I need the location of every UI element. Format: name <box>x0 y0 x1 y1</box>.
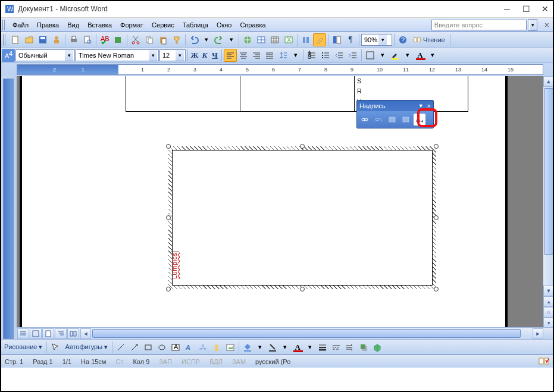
copy-button[interactable] <box>143 33 156 46</box>
font-color-button[interactable]: A <box>414 49 427 62</box>
font-color-draw-dropdown[interactable]: ▾ <box>305 341 315 354</box>
status-rec[interactable]: ЗАП <box>159 358 172 365</box>
scroll-right-button[interactable]: ► <box>533 328 543 339</box>
size-combo[interactable]: 12▾ <box>159 49 186 61</box>
line-button[interactable] <box>114 341 127 354</box>
maximize-button[interactable]: ☐ <box>522 5 530 13</box>
next-textbox-icon[interactable] <box>400 114 412 126</box>
3d-button[interactable] <box>371 341 384 354</box>
menu-file[interactable]: Файл <box>8 20 33 30</box>
line-color-dropdown[interactable]: ▾ <box>280 341 290 354</box>
hyperlink-button[interactable] <box>241 33 254 46</box>
minimize-button[interactable]: ─ <box>503 5 511 13</box>
menu-help[interactable]: Справка <box>236 20 270 30</box>
highlight-button[interactable] <box>389 49 402 62</box>
menu-window[interactable]: Окно <box>212 20 236 30</box>
prev-textbox-icon[interactable] <box>386 114 398 126</box>
permissions-button[interactable] <box>50 33 63 46</box>
doc-map-button[interactable] <box>330 33 343 46</box>
menu-service[interactable]: Сервис <box>148 20 179 30</box>
save-button[interactable] <box>36 33 49 46</box>
select-objects-button[interactable] <box>49 341 62 354</box>
bullets-button[interactable] <box>319 49 332 62</box>
menu-table[interactable]: Таблица <box>179 20 212 30</box>
dash-style-button[interactable] <box>330 341 343 354</box>
highlight-dropdown[interactable]: ▾ <box>402 49 413 62</box>
outline-view-button[interactable] <box>55 328 67 339</box>
vertical-ruler[interactable] <box>0 76 17 339</box>
clipart-button[interactable] <box>210 341 223 354</box>
zoom-combo[interactable]: 90%▾ <box>361 34 392 46</box>
font-color-draw-button[interactable]: A <box>291 341 304 354</box>
format-painter-button[interactable] <box>170 33 183 46</box>
style-combo[interactable]: Обычный▾ <box>15 49 75 61</box>
borders-button[interactable] <box>364 49 377 62</box>
help-button[interactable]: ? <box>396 33 409 46</box>
text-box[interactable]: Lumpics <box>168 146 436 289</box>
research-button[interactable] <box>112 33 125 46</box>
cut-button[interactable] <box>129 33 142 46</box>
scroll-left-button[interactable]: ◄ <box>80 328 91 339</box>
ask-dropdown[interactable]: ▾ <box>528 19 537 31</box>
line-spacing-button[interactable] <box>277 49 290 62</box>
numbering-button[interactable]: 123 <box>305 49 318 62</box>
break-link-icon[interactable] <box>373 114 384 126</box>
tables-borders-button[interactable] <box>255 33 268 46</box>
line-spacing-dropdown[interactable]: ▾ <box>290 49 301 62</box>
horizontal-ruler[interactable]: 21123456789101112131415 <box>17 64 543 75</box>
menu-view[interactable]: Вид <box>63 20 83 30</box>
align-center-button[interactable] <box>237 49 250 62</box>
scroll-thumb[interactable] <box>544 88 553 255</box>
paste-button[interactable] <box>157 33 170 46</box>
status-ovr[interactable]: ЗАМ <box>232 358 246 365</box>
fill-color-button[interactable] <box>241 341 254 354</box>
status-trk[interactable]: ИСПР <box>181 358 200 365</box>
undo-dropdown[interactable]: ▾ <box>201 33 212 46</box>
scroll-up-button[interactable]: ▲ <box>543 76 554 87</box>
spellcheck-button[interactable]: ABC <box>98 33 111 46</box>
borders-dropdown[interactable]: ▾ <box>377 49 388 62</box>
columns-button[interactable] <box>299 33 312 46</box>
shadow-button[interactable] <box>357 341 370 354</box>
arrow-button[interactable] <box>128 341 141 354</box>
scroll-down-button[interactable]: ▼ <box>543 286 554 296</box>
menu-insert[interactable]: Вставка <box>83 20 116 30</box>
line-color-button[interactable] <box>266 341 279 354</box>
reading-view-button[interactable] <box>67 328 79 339</box>
print-preview-button[interactable] <box>81 33 94 46</box>
redo-button[interactable] <box>212 33 226 46</box>
redo-dropdown[interactable]: ▾ <box>226 33 237 46</box>
oval-button[interactable] <box>155 341 168 354</box>
insert-picture-button[interactable] <box>224 341 237 354</box>
increase-indent-button[interactable] <box>346 49 359 62</box>
drawing-toolbar-button[interactable] <box>313 33 326 46</box>
menu-edit[interactable]: Правка <box>33 20 63 30</box>
vertical-scrollbar[interactable]: ▲ ▼ ▴ ○ ▾ <box>543 76 554 339</box>
wordart-button[interactable]: A <box>183 341 196 354</box>
read-mode-button[interactable]: Чтение <box>410 33 448 46</box>
close-doc-button[interactable]: × <box>542 20 552 30</box>
align-right-button[interactable] <box>250 49 263 62</box>
ask-question-input[interactable]: Введите вопрос <box>431 20 527 30</box>
styles-pane-button[interactable]: A4 <box>2 49 15 62</box>
decrease-indent-button[interactable] <box>333 49 346 62</box>
insert-table-button[interactable] <box>268 33 281 46</box>
print-button[interactable] <box>67 33 80 46</box>
fill-color-dropdown[interactable]: ▾ <box>255 341 265 354</box>
font-combo[interactable]: Times New Roman▾ <box>76 49 159 61</box>
close-button[interactable]: ✕ <box>541 5 549 13</box>
align-justify-button[interactable] <box>263 49 276 62</box>
diagram-button[interactable] <box>196 341 209 354</box>
panel-options-icon[interactable]: ▼ <box>418 103 424 109</box>
hscroll-thumb[interactable] <box>92 329 521 338</box>
status-ext[interactable]: ВДЛ <box>209 358 223 365</box>
open-button[interactable] <box>23 33 36 46</box>
horizontal-scrollbar[interactable]: ◄ ► <box>80 328 543 339</box>
rectangle-button[interactable] <box>142 341 155 354</box>
menu-format[interactable]: Формат <box>116 20 148 30</box>
line-style-button[interactable] <box>316 341 329 354</box>
autoshapes-menu[interactable]: Автофигуры ▾ <box>62 343 110 351</box>
status-spellcheck-icon[interactable] <box>539 357 549 366</box>
print-view-button[interactable] <box>42 328 54 339</box>
status-lang[interactable]: русский (Ро <box>255 358 290 365</box>
